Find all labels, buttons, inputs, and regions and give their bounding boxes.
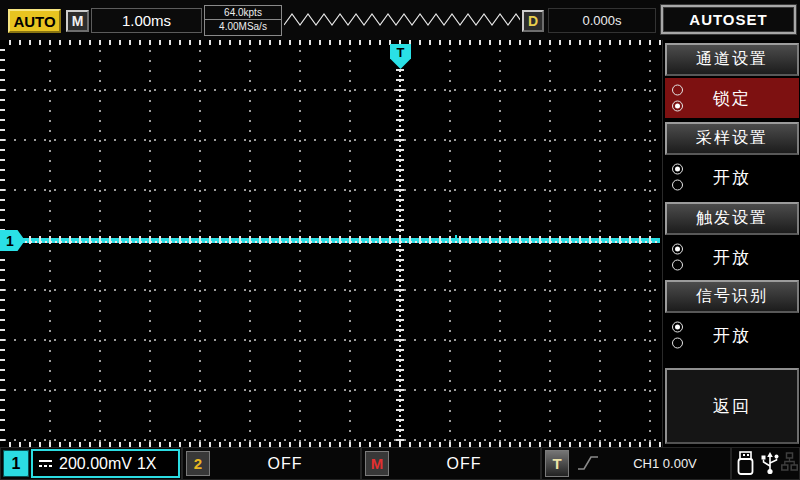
channel2-status: OFF: [210, 447, 360, 480]
waveform-display: 1 T: [0, 40, 662, 447]
radio-off: [672, 338, 683, 349]
menu-label: 触发设置: [696, 208, 768, 229]
oscilloscope-screen: AUTO M 1.00ms 64.0kpts 4.00MSa/s D 0.000…: [0, 0, 800, 480]
radio-group: [672, 322, 683, 349]
menu-label: 开放: [713, 324, 751, 347]
channel1-scale: 200.00mV: [59, 455, 132, 473]
memory-sample-box: 64.0kpts 4.00MSa/s: [204, 5, 282, 36]
radio-on: [672, 244, 683, 255]
sampling-open-option[interactable]: 开放: [665, 157, 799, 197]
radio-on: [672, 322, 683, 333]
trigger-open-option[interactable]: 开放: [665, 237, 799, 277]
rising-edge-icon: [576, 453, 600, 473]
memory-depth: 64.0kpts: [205, 6, 281, 20]
radio-off: [672, 180, 683, 191]
radio-group: [672, 85, 683, 112]
lan-icon: [781, 451, 798, 474]
channel-settings-button[interactable]: 通道设置: [665, 43, 799, 76]
menu-label: 通道设置: [696, 49, 768, 70]
math-status: OFF: [389, 447, 539, 480]
radio-off: [672, 85, 683, 96]
menu-label: 信号识别: [696, 286, 768, 307]
trigger-badge[interactable]: T: [545, 450, 569, 477]
radio-off: [672, 260, 683, 271]
channel2-badge[interactable]: 2: [186, 451, 210, 476]
trigger-delay-value: 0.000s: [548, 8, 656, 33]
graticule: [0, 40, 662, 447]
menu-label: 开放: [713, 246, 751, 269]
radio-on: [672, 101, 683, 112]
channel1-status-box[interactable]: 200.00mV 1X: [31, 449, 180, 478]
sample-rate: 4.00MSa/s: [205, 20, 281, 34]
channel1-probe: 1X: [137, 455, 157, 473]
usb-host-icon: [759, 451, 781, 476]
radio-group: [672, 244, 683, 271]
delay-badge: D: [522, 10, 544, 32]
back-button[interactable]: 返回: [665, 368, 799, 444]
radio-on: [672, 164, 683, 175]
menu-label: 返回: [713, 395, 751, 418]
timebase-badge: M: [66, 10, 89, 32]
autoset-button[interactable]: AUTOSET: [661, 5, 796, 34]
acquisition-mode-badge: AUTO: [8, 9, 61, 33]
math-badge[interactable]: M: [365, 451, 389, 476]
sampling-settings-button[interactable]: 采样设置: [665, 122, 799, 155]
dc-coupling-icon: [38, 458, 54, 470]
menu-label: 开放: [713, 166, 751, 189]
signal-id-open-option[interactable]: 开放: [665, 315, 799, 355]
soft-menu: 通道设置 锁定 采样设置 开放 触发设置 开放: [662, 40, 800, 447]
channel1-badge[interactable]: 1: [3, 450, 29, 477]
trigger-settings-button[interactable]: 触发设置: [665, 202, 799, 235]
radio-group: [672, 164, 683, 191]
top-status-bar: AUTO M 1.00ms 64.0kpts 4.00MSa/s D 0.000…: [0, 0, 800, 40]
menu-label: 锁定: [713, 87, 751, 110]
menu-label: 采样设置: [696, 128, 768, 149]
timebase-value: 1.00ms: [91, 8, 202, 33]
signal-id-button[interactable]: 信号识别: [665, 280, 799, 313]
usb-device-icon: [736, 451, 755, 476]
trigger-source-level: CH1 0.00V: [600, 447, 730, 480]
lock-option[interactable]: 锁定: [665, 78, 799, 118]
bottom-status-bar: 1 200.00mV 1X 2 OFF M OFF T CH1 0.00V: [0, 447, 800, 480]
waveform-preview-icon: [284, 11, 520, 29]
